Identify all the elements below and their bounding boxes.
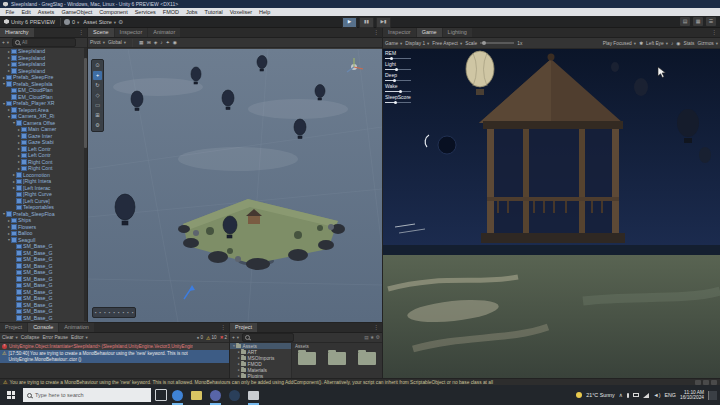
taskbar-search-input[interactable]: Type here to search [23, 388, 151, 402]
tab-animator[interactable]: Animator [148, 28, 180, 37]
account-dropdown[interactable]: 0 [72, 19, 79, 25]
status-icon-1[interactable] [695, 380, 701, 385]
tab-scene[interactable]: Scene [88, 28, 114, 37]
view-tool-icon[interactable]: ⊙ [93, 61, 102, 70]
start-button[interactable] [3, 391, 19, 399]
tab-project[interactable]: Project [0, 323, 27, 332]
notification-center-icon[interactable] [708, 391, 717, 400]
status-bar[interactable]: ⚠ You are trying to create a MonoBehavio… [0, 378, 720, 385]
menu-edit[interactable]: Edit [18, 8, 34, 16]
tab-game[interactable]: Game [417, 28, 442, 37]
console-count-warn[interactable]: 10 [206, 335, 217, 341]
star-icon[interactable]: ✱ [639, 41, 643, 46]
scene-overlay-icon-2[interactable]: ▪ [104, 310, 106, 315]
play-button[interactable]: ▶ [342, 17, 357, 28]
taskbar-clock[interactable]: 11:10 AM 16/10/2024 [680, 390, 704, 401]
scene-toggle-icon-1[interactable]: ⊞ [147, 40, 151, 45]
weather-label[interactable]: 21°C Sunny [586, 392, 614, 398]
account-icon[interactable] [64, 19, 70, 25]
weather-icon[interactable] [576, 392, 582, 398]
frame-debugger-icon[interactable]: ◉ [676, 41, 680, 46]
tab-inspector[interactable]: Inspector [383, 28, 416, 37]
rotate-tool-icon[interactable]: ↻ [93, 81, 102, 90]
tab-project[interactable]: Project [230, 323, 257, 332]
layers-icon[interactable]: ▦ [693, 17, 703, 26]
hierarchy-item[interactable]: SM_Base_G [0, 315, 85, 322]
project-asset-grid[interactable]: Assets [292, 343, 382, 379]
file-explorer-icon[interactable] [190, 389, 203, 402]
console-log-entry[interactable]: !!UnityEngine.Object:Instantiate<SleepIs… [0, 343, 229, 350]
hierarchy-search-input[interactable]: All [12, 38, 76, 47]
asset-folder-icon[interactable] [328, 352, 346, 365]
tray-chevron-icon[interactable]: ∧ [619, 392, 623, 398]
stats-button[interactable]: Stats [684, 41, 695, 46]
custom-tool-icon[interactable]: ⚙ [93, 121, 102, 130]
scene-overlay-icon-4[interactable]: ▪ [113, 310, 115, 315]
browser-icon[interactable] [171, 389, 184, 402]
menu-file[interactable]: File [2, 8, 18, 16]
project-menu-icon[interactable]: ⋮ [370, 323, 382, 332]
console-count-error[interactable]: 2 [220, 335, 227, 341]
hud-slider[interactable] [385, 91, 411, 93]
display-settings-icon[interactable] [247, 389, 260, 402]
scene-overlay-icon-8[interactable]: ▪ [132, 310, 134, 315]
hud-slider[interactable] [385, 69, 411, 71]
scale-slider[interactable] [480, 42, 514, 44]
mute-audio-icon[interactable]: ♪ [671, 41, 673, 46]
task-view-icon[interactable] [155, 389, 167, 401]
scene-toggle-icon-3[interactable]: ♪ [160, 40, 162, 45]
tab-hierarchy[interactable]: Hierarchy [0, 28, 34, 37]
hud-slider-knob[interactable] [395, 68, 398, 71]
project-filter-icons[interactable]: ▤ ★ ⚙ [364, 335, 380, 340]
undo-history-icon[interactable]: ▤ [680, 17, 690, 26]
hud-slider[interactable] [385, 58, 411, 60]
scene-overlay-icon-0[interactable]: ▪ [95, 310, 97, 315]
hierarchy-scrollbar[interactable] [84, 48, 87, 321]
move-tool-icon[interactable]: + [93, 71, 102, 80]
settings-gear-icon[interactable]: ⚙ [118, 18, 123, 25]
aspect-dropdown[interactable]: Free Aspect [432, 41, 462, 46]
scene-overlay-icon-1[interactable]: ▪ [100, 310, 102, 315]
scene-overlay-icon-5[interactable]: ▪ [118, 310, 120, 315]
language-indicator[interactable]: ENG [665, 392, 676, 398]
hud-slider[interactable] [385, 80, 411, 82]
tab-animation[interactable]: Animation [59, 323, 93, 332]
rect-tool-icon[interactable]: ▭ [93, 101, 102, 110]
scale-tool-icon[interactable]: ◇ [93, 91, 102, 100]
menu-gameobject[interactable]: GameObject [58, 8, 96, 16]
menu-jobs[interactable]: Jobs [182, 8, 201, 16]
project-search-input[interactable] [242, 333, 294, 342]
add-asset-button[interactable]: + [232, 335, 239, 340]
game-viewport[interactable]: REMLightDeepWakeSleepScore [383, 49, 720, 378]
volume-icon[interactable]: ◄) [653, 392, 660, 398]
console-count-info[interactable]: 0 [197, 335, 203, 341]
scene-viewport[interactable]: ⊙+↻◇▭⊞⚙ ▪▪▪▪▪▪▪▪▪ [88, 49, 382, 322]
console-editor-button[interactable]: Editor [71, 335, 88, 340]
scene-toggle-icon-0[interactable]: ▦ [139, 40, 144, 45]
hud-slider-knob[interactable] [390, 57, 393, 60]
menu-fmod[interactable]: FMOD [159, 8, 182, 16]
hud-slider[interactable] [385, 102, 411, 104]
scene-toggle-icon-2[interactable]: ◈ [154, 40, 158, 45]
eye-dropdown[interactable]: Left Eye [646, 41, 668, 46]
hud-slider-knob[interactable] [393, 79, 396, 82]
scene-toggle-icon-5[interactable]: ◉ [173, 40, 177, 45]
menu-assets[interactable]: Assets [34, 8, 58, 16]
menu-help[interactable]: Help [256, 8, 274, 16]
asset-folder-icon[interactable] [298, 352, 316, 365]
status-icon-3[interactable] [711, 380, 717, 385]
pivot-dropdown[interactable]: Pivot [90, 40, 105, 45]
menu-voxeliser[interactable]: Voxeliser [226, 8, 255, 16]
gizmos-dropdown[interactable]: Gizmos [697, 41, 718, 46]
pause-button[interactable]: ▮▮ [359, 17, 374, 28]
tab-console[interactable]: Console [28, 323, 58, 332]
hud-slider-knob[interactable] [394, 101, 397, 104]
hud-slider-knob[interactable] [399, 90, 402, 93]
panel-menu-icon[interactable]: ⋮ [708, 28, 720, 37]
screenshot-icon[interactable] [633, 393, 639, 398]
asset-folder-icon[interactable] [358, 352, 376, 365]
menu-component[interactable]: Component [96, 8, 131, 16]
discord-icon[interactable] [209, 389, 222, 402]
display-dropdown[interactable]: Display 1 [405, 41, 429, 46]
scene-overlay-icon-7[interactable]: ▪ [127, 310, 129, 315]
